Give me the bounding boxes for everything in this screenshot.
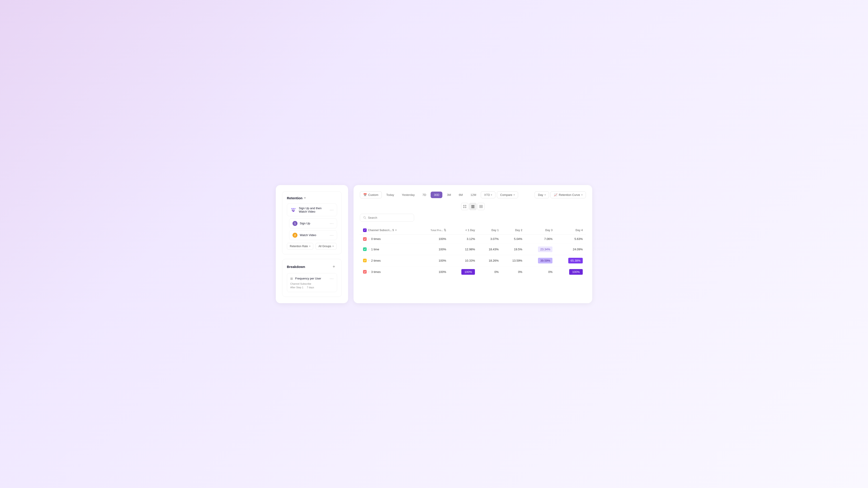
row-2-day3: 39.59%	[526, 255, 556, 266]
row-2-checkbox[interactable]	[363, 259, 367, 262]
row-3-expand[interactable]: ›	[368, 270, 369, 273]
total-sort-icon[interactable]: Total Pro... ⇅	[431, 228, 446, 232]
right-panel: 📅 Custom Today Yesterday 7D 30D 3M 6M 12…	[353, 185, 592, 303]
view-sm-button[interactable]	[461, 203, 468, 210]
7d-button[interactable]: 7D	[419, 192, 430, 198]
row-0-total: 100%	[417, 234, 450, 243]
row-indicator: › 2 times	[363, 259, 414, 262]
breakdown-after-label: After Step 1	[290, 286, 303, 289]
left-panel: Retention ▾ Sign Up and then Watch Video	[276, 185, 348, 303]
table-row: › 2 times 100% 10.33% 18.26% 13.59% 39.5…	[360, 255, 586, 266]
view-md-button[interactable]	[469, 203, 476, 210]
retention-rate-chevron-icon: ▾	[309, 245, 310, 248]
retention-rate-filter[interactable]: Retention Rate ▾	[287, 243, 313, 250]
funnel-more-button[interactable]: ⋯	[330, 208, 334, 212]
add-breakdown-button[interactable]: +	[331, 264, 337, 270]
3m-button[interactable]: 3M	[444, 192, 454, 198]
step-1-item: 1 Sign Up ⋯	[289, 219, 337, 228]
row-3-day2: 0%	[502, 266, 526, 278]
row-0-day1: 3.07%	[478, 234, 502, 243]
row-0-day2: 5.04%	[502, 234, 526, 243]
row-0-day3: 7.06%	[526, 234, 556, 243]
svg-rect-14	[480, 205, 482, 208]
row-2-day4: 65.38%	[556, 255, 586, 266]
table-row: › 3 times 100% 100% 0% 0% 0% 100%	[360, 266, 586, 278]
row-1-checkbox[interactable]	[363, 248, 367, 251]
channel-col-chevron[interactable]: ▾	[395, 229, 397, 231]
step-1-more-button[interactable]: ⋯	[330, 221, 334, 225]
header-checkbox[interactable]: ✓	[363, 228, 367, 232]
row-1-expand[interactable]: ›	[368, 248, 369, 251]
xtd-button[interactable]: XTD▾	[481, 191, 495, 198]
svg-rect-7	[465, 205, 466, 206]
row-3-checkbox[interactable]	[363, 270, 367, 273]
all-groups-filter[interactable]: All Groups ▾	[315, 243, 337, 250]
row-2-total: 100%	[417, 255, 450, 266]
step-2-item: 2 Watch Video ⋯	[289, 230, 337, 240]
row-indicator: › 3 times	[363, 270, 414, 273]
custom-button[interactable]: 📅 Custom	[360, 191, 382, 198]
row-0-day4: 5.63%	[556, 234, 586, 243]
breakdown-item: ⊞ Frequency per User ⋯ Channel Subscribe…	[287, 273, 337, 292]
compare-chevron-icon: ▾	[514, 194, 515, 196]
breakdown-item-title: Frequency per User	[295, 277, 327, 280]
day-button[interactable]: Day ▾	[535, 191, 549, 198]
today-button[interactable]: Today	[383, 192, 397, 198]
30d-button[interactable]: 30D	[431, 192, 442, 198]
row-3-day1: 0%	[478, 266, 502, 278]
retention-chevron-icon[interactable]: ▾	[304, 196, 306, 199]
view-lg-button[interactable]	[477, 203, 485, 210]
data-table: ✓ Channel Subscri... 5 ▾ Total Pro... ⇅ …	[360, 226, 586, 278]
row-3-label: 3 times	[371, 270, 381, 273]
row-2-label: 2 times	[371, 259, 381, 262]
view-toggle	[360, 203, 586, 210]
row-0-day0: 3.12%	[450, 234, 478, 243]
search-input[interactable]	[368, 216, 411, 219]
funnel-item[interactable]: Sign Up and then Watch Video ⋯	[287, 203, 337, 216]
step-1-number: 1	[292, 221, 298, 226]
search-bar[interactable]	[360, 214, 414, 222]
curve-icon: 📈	[554, 193, 557, 197]
breakdown-more-button[interactable]: ⋯	[330, 276, 334, 281]
row-1-day0: 12.98%	[450, 243, 478, 255]
svg-rect-5	[292, 211, 294, 212]
svg-rect-15	[482, 205, 483, 208]
compare-label: Compare	[500, 193, 512, 197]
row-2-expand[interactable]: ›	[368, 259, 369, 262]
steps-container: 1 Sign Up ⋯ 2 Watch Video ⋯	[287, 219, 337, 240]
row-1-day3: 23.34%	[526, 243, 556, 255]
yesterday-button[interactable]: Yesterday	[399, 192, 418, 198]
svg-rect-3	[292, 210, 293, 211]
breakdown-channel-label: Channel Subscribe	[290, 283, 311, 285]
svg-rect-9	[465, 207, 466, 208]
svg-rect-0	[291, 208, 292, 209]
row-1-day2: 19.5%	[502, 243, 526, 255]
retention-curve-button[interactable]: 📈 Retention Curve ▾	[550, 191, 586, 198]
day4-col-header: Day 4	[556, 226, 586, 234]
row-0-label: 0 times	[371, 237, 381, 240]
retention-title: Retention	[287, 196, 303, 200]
step-2-more-button[interactable]: ⋯	[330, 233, 334, 237]
svg-rect-12	[471, 207, 474, 208]
step-2-number: 2	[292, 233, 298, 238]
day2-col-header: Day 2	[502, 226, 526, 234]
row-0-expand[interactable]: ›	[368, 237, 369, 240]
row-1-total: 100%	[417, 243, 450, 255]
breakdown-card: Breakdown + ⊞ Frequency per User ⋯ Chann…	[282, 259, 342, 297]
day1-col-header: Day 1	[478, 226, 502, 234]
all-groups-chevron-icon: ▾	[333, 245, 334, 248]
row-1-label: 1 time	[371, 248, 379, 251]
curve-chevron-icon: ▾	[581, 194, 583, 196]
compare-button[interactable]: Compare ▾	[497, 191, 518, 198]
6m-button[interactable]: 6M	[456, 192, 466, 198]
day0-col-header: < 1 Day	[450, 226, 478, 234]
day-label: Day	[538, 193, 543, 197]
row-0-checkbox[interactable]	[363, 237, 367, 241]
12m-button[interactable]: 12M	[467, 192, 479, 198]
step-2-label: Watch Video	[300, 233, 327, 237]
row-2-day0: 10.33%	[450, 255, 478, 266]
calendar-icon: 📅	[363, 193, 367, 197]
highlight-cell: 23.34%	[538, 247, 553, 252]
row-3-total: 100%	[417, 266, 450, 278]
search-icon	[363, 216, 366, 219]
